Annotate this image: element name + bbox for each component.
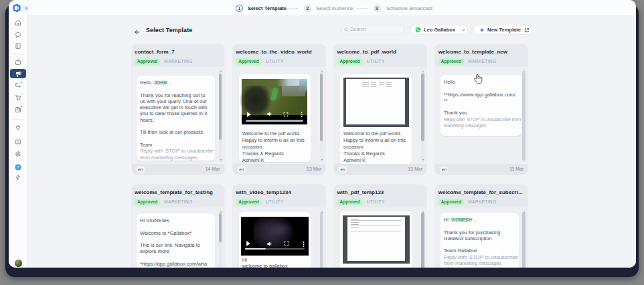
svg-text:?: ?	[17, 165, 19, 169]
